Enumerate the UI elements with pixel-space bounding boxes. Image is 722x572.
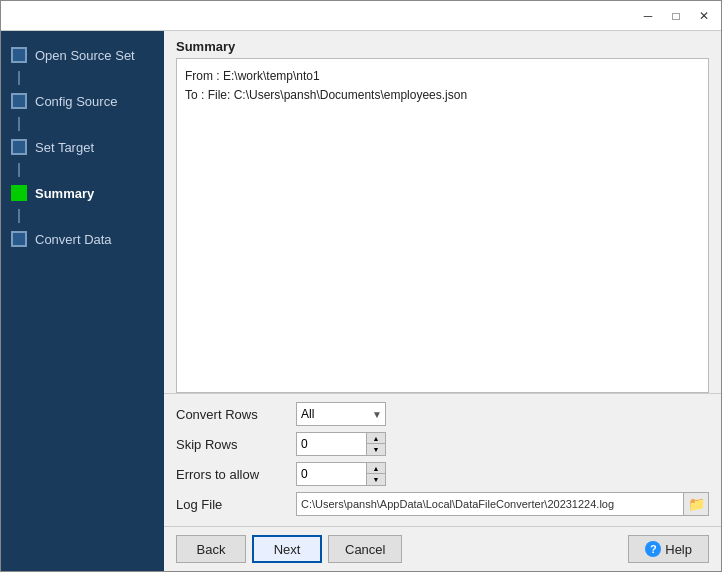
- sidebar-row-5: Convert Data: [1, 223, 164, 255]
- sidebar-row-4: Summary: [1, 177, 164, 223]
- convert-rows-select-wrapper: All First N Custom ▼: [296, 402, 386, 426]
- convert-rows-select[interactable]: All First N Custom: [296, 402, 386, 426]
- convert-rows-label: Convert Rows: [176, 407, 296, 422]
- step-indicator-1: [11, 47, 27, 63]
- skip-rows-down-button[interactable]: ▼: [367, 444, 385, 455]
- errors-to-allow-input[interactable]: [296, 462, 366, 486]
- cancel-button[interactable]: Cancel: [328, 535, 402, 563]
- close-button[interactable]: ✕: [691, 5, 717, 27]
- summary-header: Summary: [164, 31, 721, 58]
- step-indicator-4: [11, 185, 27, 201]
- sidebar-item-open-source-set[interactable]: Open Source Set: [1, 39, 164, 71]
- sidebar-label-summary: Summary: [35, 186, 94, 201]
- log-file-control: 📁: [296, 492, 709, 516]
- errors-down-button[interactable]: ▼: [367, 474, 385, 485]
- summary-content: From : E:\work\temp\nto1 To : File: C:\U…: [176, 58, 709, 393]
- sidebar-row-1: Open Source Set: [1, 39, 164, 85]
- maximize-button[interactable]: □: [663, 5, 689, 27]
- sidebar-row-2: Config Source: [1, 85, 164, 131]
- connector-1: [18, 71, 20, 85]
- content-area: Open Source Set Config Source Set Target: [1, 31, 721, 571]
- convert-rows-control: All First N Custom ▼: [296, 402, 386, 426]
- skip-rows-input[interactable]: [296, 432, 366, 456]
- errors-spinner: ▲ ▼: [366, 462, 386, 486]
- minimize-button[interactable]: ─: [635, 5, 661, 27]
- connector-4: [18, 209, 20, 223]
- next-button[interactable]: Next: [252, 535, 322, 563]
- errors-to-allow-control: ▲ ▼: [296, 462, 386, 486]
- step-indicator-2: [11, 93, 27, 109]
- sidebar-item-set-target[interactable]: Set Target: [1, 131, 164, 163]
- sidebar-item-summary[interactable]: Summary: [1, 177, 164, 209]
- title-bar: ─ □ ✕: [1, 1, 721, 31]
- skip-rows-control: ▲ ▼: [296, 432, 386, 456]
- skip-rows-spinner: ▲ ▼: [366, 432, 386, 456]
- convert-rows-row: Convert Rows All First N Custom ▼: [176, 402, 709, 426]
- bottom-right-buttons: ? Help: [628, 535, 709, 563]
- connector-2: [18, 117, 20, 131]
- skip-rows-up-button[interactable]: ▲: [367, 433, 385, 444]
- sidebar-label-open-source-set: Open Source Set: [35, 48, 135, 63]
- connector-3: [18, 163, 20, 177]
- sidebar-label-config-source: Config Source: [35, 94, 117, 109]
- title-bar-buttons: ─ □ ✕: [635, 5, 717, 27]
- errors-to-allow-label: Errors to allow: [176, 467, 296, 482]
- help-button[interactable]: ? Help: [628, 535, 709, 563]
- errors-to-allow-row: Errors to allow ▲ ▼: [176, 462, 709, 486]
- summary-line-1: From : E:\work\temp\nto1: [185, 67, 700, 86]
- help-label: Help: [665, 542, 692, 557]
- log-file-row: Log File 📁: [176, 492, 709, 516]
- folder-icon: 📁: [688, 496, 705, 512]
- sidebar-item-convert-data[interactable]: Convert Data: [1, 223, 164, 255]
- step-indicator-5: [11, 231, 27, 247]
- log-file-browse-button[interactable]: 📁: [683, 492, 709, 516]
- sidebar-item-config-source[interactable]: Config Source: [1, 85, 164, 117]
- main-window: ─ □ ✕ Open Source Set Config Source: [0, 0, 722, 572]
- back-button[interactable]: Back: [176, 535, 246, 563]
- errors-up-button[interactable]: ▲: [367, 463, 385, 474]
- step-indicator-3: [11, 139, 27, 155]
- skip-rows-row: Skip Rows ▲ ▼: [176, 432, 709, 456]
- sidebar: Open Source Set Config Source Set Target: [1, 31, 164, 571]
- sidebar-label-convert-data: Convert Data: [35, 232, 112, 247]
- log-file-label: Log File: [176, 497, 296, 512]
- main-panel: Summary From : E:\work\temp\nto1 To : Fi…: [164, 31, 721, 571]
- log-file-input[interactable]: [296, 492, 683, 516]
- options-panel: Convert Rows All First N Custom ▼: [164, 393, 721, 526]
- skip-rows-label: Skip Rows: [176, 437, 296, 452]
- sidebar-label-set-target: Set Target: [35, 140, 94, 155]
- bottom-bar: Back Next Cancel ? Help: [164, 526, 721, 571]
- summary-line-2: To : File: C:\Users\pansh\Documents\empl…: [185, 86, 700, 105]
- bottom-left-buttons: Back Next Cancel: [176, 535, 402, 563]
- sidebar-row-3: Set Target: [1, 131, 164, 177]
- help-icon: ?: [645, 541, 661, 557]
